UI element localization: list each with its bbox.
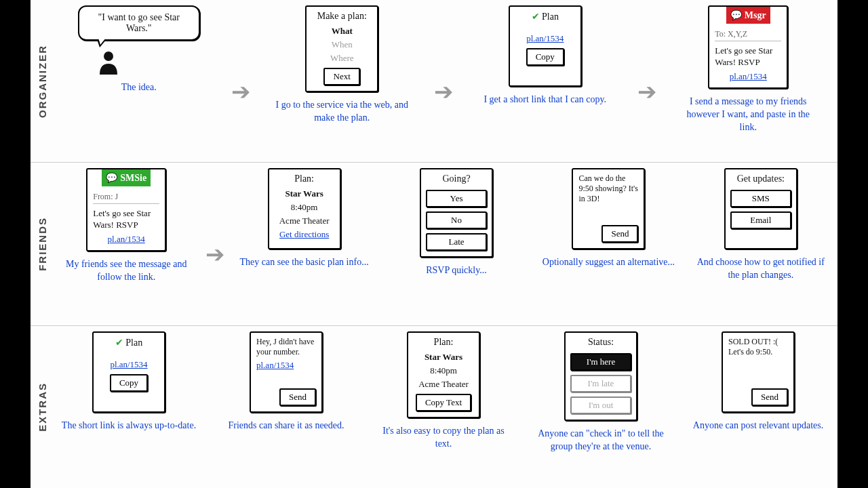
from-field: From: J (93, 192, 159, 204)
step-share: Hey, J didn't have your number. pl.an/15… (211, 331, 361, 432)
card-shortlink: Plan pl.an/1534 Copy (509, 5, 582, 87)
card-copy-text: Plan: Star Wars 8:40pm Acme Theater Copy… (407, 331, 480, 418)
send-button[interactable]: Send (751, 388, 788, 406)
updates-email-button[interactable]: Email (730, 211, 791, 229)
card-refresh-link: Plan pl.an/1534 Copy (92, 331, 165, 413)
plan-link[interactable]: pl.an/1534 (108, 234, 145, 245)
row-organizer: ORGANIZER "I want to go see Star Wars." … (31, 0, 837, 163)
card-share: Hey, J didn't have your number. pl.an/15… (250, 331, 323, 413)
row-extras: EXTRAS Plan pl.an/1534 Copy The short li… (31, 326, 837, 488)
send-button[interactable]: Send (279, 388, 316, 406)
next-button[interactable]: Next (323, 68, 360, 85)
chat-icon: 💬 (730, 9, 742, 21)
caption: I get a short link that I can copy. (484, 94, 606, 106)
step-suggest: Can we do the 9:50 showing? It's in 3D! … (536, 168, 681, 269)
to-field: To: X,Y,Z (715, 29, 781, 41)
rsvp-late-button[interactable]: Late (426, 233, 487, 251)
step-refresh-link: Plan pl.an/1534 Copy The short link is a… (54, 331, 204, 432)
plan-link[interactable]: pl.an/1534 (256, 360, 294, 371)
storyboard: ORGANIZER "I want to go see Star Wars." … (31, 0, 837, 488)
caption: Optionally suggest an alternative... (542, 256, 675, 269)
speech-bubble: "I want to go see Star Wars." (78, 5, 200, 41)
step-rsvp: Going? Yes No Late RSVP quickly... (384, 168, 529, 277)
caption: I send a message to my friends however I… (680, 96, 816, 134)
rsvp-no-button[interactable]: No (426, 211, 487, 229)
card-post: SOLD OUT! :( Let's do 9:50. Send (722, 331, 795, 413)
arrow-icon: ➔ (434, 80, 453, 103)
step-msgr: 💬 Msgr To: X,Y,Z Let's go see Star Wars!… (663, 5, 834, 134)
suggest-text[interactable]: Can we do the 9:50 showing? It's in 3D! (578, 174, 638, 204)
step-post: SOLD OUT! :( Let's do 9:50. Send Anyone … (683, 331, 833, 432)
smsie-header: 💬 SMSie (102, 169, 151, 186)
card-suggest: Can we do the 9:50 showing? It's in 3D! … (572, 168, 645, 249)
status-out-button[interactable]: I'm out (570, 396, 631, 414)
caption: I go to the service via the web, and mak… (274, 99, 410, 125)
step-status: Status: I'm here I'm late I'm out Anyone… (526, 331, 676, 453)
caption: Anyone can post relevant updates. (693, 420, 823, 432)
step-plan-info: Plan: Star Wars 8:40pm Acme Theater Get … (231, 168, 376, 269)
directions-link[interactable]: Get directions (279, 229, 329, 240)
card-updates: Get updates: SMS Email (724, 168, 797, 249)
caption: The short link is always up-to-date. (62, 420, 196, 432)
step-shortlink: Plan pl.an/1534 Copy I get a short link … (460, 5, 631, 106)
row-label-extras: EXTRAS (37, 382, 48, 432)
copy-text-button[interactable]: Copy Text (416, 394, 471, 411)
plan-link[interactable]: pl.an/1534 (110, 359, 147, 370)
plan-link[interactable]: pl.an/1534 (730, 71, 767, 82)
card-rsvp: Going? Yes No Late (420, 168, 493, 258)
step-copy-text: Plan: Star Wars 8:40pm Acme Theater Copy… (368, 331, 519, 451)
share-text[interactable]: Hey, J didn't have your number. (256, 337, 316, 357)
row-label-friends: FRIENDS (37, 217, 48, 271)
row-label-organizer: ORGANIZER (37, 45, 48, 118)
caption: My friends see the message and follow th… (58, 258, 194, 284)
caption: RSVP quickly... (426, 264, 487, 277)
status-late-button[interactable]: I'm late (570, 375, 631, 392)
card-msgr: 💬 Msgr To: X,Y,Z Let's go see Star Wars!… (708, 5, 788, 89)
row-friends: FRIENDS 💬 SMSie From: J Let's go see Sta… (31, 163, 837, 325)
copy-button[interactable]: Copy (110, 374, 148, 392)
svg-point-0 (104, 52, 113, 61)
caption: The idea. (121, 81, 157, 94)
card-make-plan: Make a plan: What When Where Next (305, 5, 378, 92)
send-button[interactable]: Send (601, 225, 638, 243)
caption: Anyone can "check in" to tell the group … (533, 428, 669, 453)
person-icon (97, 50, 120, 75)
rsvp-yes-button[interactable]: Yes (426, 190, 487, 207)
card-plan-info: Plan: Star Wars 8:40pm Acme Theater Get … (268, 168, 341, 249)
updates-sms-button[interactable]: SMS (730, 190, 791, 207)
arrow-icon: ➔ (231, 80, 250, 103)
arrow-icon: ➔ (205, 243, 224, 266)
post-text[interactable]: SOLD OUT! :( Let's do 9:50. (728, 337, 788, 357)
step-updates: Get updates: SMS Email And choose how to… (688, 168, 833, 282)
step-make-plan: Make a plan: What When Where Next I go t… (257, 5, 428, 125)
status-here-button[interactable]: I'm here (570, 353, 631, 371)
copy-button[interactable]: Copy (526, 48, 564, 66)
caption: It's also easy to copy the plan as text. (376, 425, 511, 451)
caption: And choose how to get notified if the pl… (693, 256, 829, 282)
card-status: Status: I'm here I'm late I'm out (564, 331, 637, 421)
caption: They can see the basic plan info... (240, 256, 369, 269)
arrow-icon: ➔ (637, 80, 656, 103)
step-idea: "I want to go see Star Wars." The idea. (54, 5, 224, 94)
chat-icon: 💬 (106, 172, 117, 184)
caption: Friends can share it as needed. (228, 420, 344, 432)
plan-link[interactable]: pl.an/1534 (526, 33, 564, 44)
step-smsie: 💬 SMSie From: J Let's go see Star Wars! … (54, 168, 199, 284)
msgr-header: 💬 Msgr (726, 7, 770, 24)
card-smsie: 💬 SMSie From: J Let's go see Star Wars! … (86, 168, 166, 251)
